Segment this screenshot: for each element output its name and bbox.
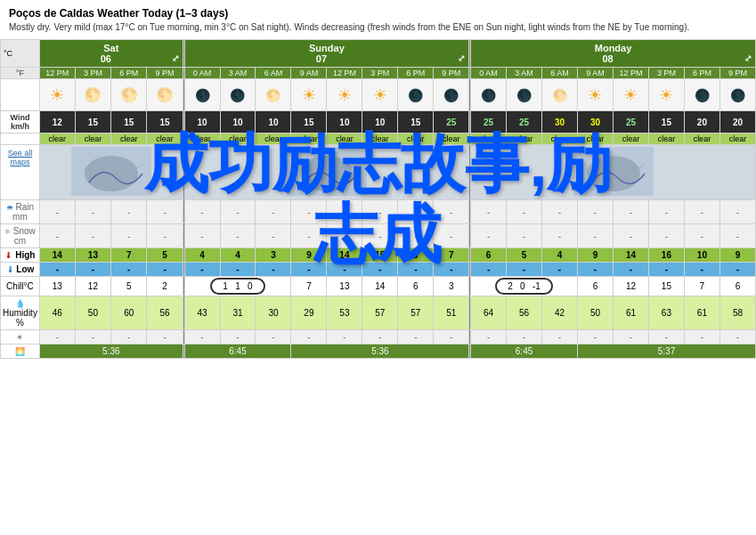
rain-sun-7: - — [398, 200, 434, 224]
page-title: Poços de Caldas Weather Today (1–3 days) — [9, 7, 747, 20]
time-sun-1: 0 AM — [184, 68, 220, 79]
see-all-maps-link[interactable]: See all maps — [1, 145, 40, 200]
wind-mon-3: 30 — [542, 111, 578, 134]
unit-f[interactable]: °F — [1, 68, 40, 79]
uv-mon-3: - — [542, 330, 578, 345]
uv-sun-3: - — [256, 330, 291, 345]
cond-mon-6: clear — [648, 134, 684, 145]
rain-mon-8: - — [719, 200, 755, 224]
cloud-icon: 🌑 — [195, 88, 210, 102]
high-sat-3: 7 — [111, 248, 147, 263]
chill-mon-4: 6 — [578, 277, 614, 296]
low-mon-1: - — [471, 263, 507, 277]
hum-sat-3: 60 — [111, 296, 147, 330]
chill-mon-circled: 2 0 -1 — [471, 277, 578, 296]
cond-sat-3: clear — [111, 134, 147, 145]
low-row: 🌡 Low - - - - - - - - - - - - - - - - - … — [1, 263, 756, 277]
wind-sat-3: 15 — [111, 111, 147, 134]
map-sat — [39, 145, 183, 200]
cond-mon-7: clear — [684, 134, 719, 145]
chill-label: Chill°C — [1, 277, 40, 296]
uv-sat-2: - — [75, 330, 110, 345]
rain-mon-4: - — [578, 200, 614, 224]
high-sun-7: 9 — [398, 248, 434, 263]
snow-sat-3: - — [111, 224, 147, 248]
header: Poços de Caldas Weather Today (1–3 days)… — [0, 0, 756, 39]
cond-sun-8: clear — [434, 134, 469, 145]
wind-mon-5: 25 — [613, 111, 648, 134]
rain-icon: 🌧 — [6, 204, 13, 212]
low-sat-1: - — [39, 263, 75, 277]
high-sat-4: 5 — [147, 248, 183, 263]
rain-mon-6: - — [648, 200, 684, 224]
low-sat-3: - — [111, 263, 147, 277]
chill-row: Chill°C 13 12 5 2 1 1 0 7 13 14 6 3 2 0 … — [1, 277, 756, 296]
chill-mon-6: 15 — [648, 277, 684, 296]
low-mon-5: - — [613, 263, 648, 277]
snow-mon-2: - — [507, 224, 542, 248]
sun-icon: ☀ — [659, 86, 673, 104]
time-sun-3: 6 AM — [256, 68, 291, 79]
low-sat-4: - — [147, 263, 183, 277]
chill-sun-circled: 1 1 0 — [184, 277, 291, 296]
chill-mon-8: 6 — [719, 277, 755, 296]
svg-point-5 — [587, 156, 640, 191]
icon-mon-5: ☀ — [613, 79, 648, 111]
wind-sun-8: 25 — [434, 111, 469, 134]
expand-mon-icon[interactable]: ⤢ — [744, 53, 752, 63]
map-sat-svg — [71, 147, 151, 196]
sunrise-mon-mid: 6:45 — [471, 345, 578, 359]
snow-sat-1: - — [39, 224, 75, 248]
unit-celsius[interactable]: °C — [1, 40, 40, 68]
icon-sat-1: ☀ — [39, 79, 75, 111]
expand-sat-icon[interactable]: ⤢ — [172, 53, 179, 63]
chill-sat-3: 5 — [111, 277, 147, 296]
snow-sun-5: - — [327, 224, 362, 248]
icon-sun-2: 🌑 — [220, 79, 256, 111]
map-sun-svg — [247, 147, 407, 196]
snow-sun-4: - — [291, 224, 327, 248]
humidity-label: 💧 Humidity % — [1, 296, 40, 330]
snow-mon-6: - — [648, 224, 684, 248]
low-sun-3: - — [256, 263, 291, 277]
wind-mon-8: 20 — [719, 111, 755, 134]
uv-label: ☀ — [1, 330, 40, 345]
sun-icon: ☀ — [302, 86, 316, 104]
time-mon-8: 9 PM — [719, 68, 755, 79]
high-sun-1: 4 — [184, 248, 220, 263]
rain-sat-3: - — [111, 200, 147, 224]
snow-sun-2: - — [220, 224, 256, 248]
hum-mon-1: 64 — [471, 296, 507, 330]
hum-mon-4: 50 — [578, 296, 614, 330]
uv-sat-3: - — [111, 330, 147, 345]
icon-mon-7: 🌑 — [684, 79, 719, 111]
low-sun-5: - — [327, 263, 362, 277]
chill-sun-7: 6 — [398, 277, 434, 296]
chill-sun-8: 3 — [434, 277, 469, 296]
time-mon-7: 6 PM — [684, 68, 719, 79]
moon-icon: 🌕 — [84, 87, 102, 102]
rain-sat-1: - — [39, 200, 75, 224]
snow-mon-4: - — [578, 224, 614, 248]
uv-sun-7: - — [398, 330, 434, 345]
wind-sun-5: 10 — [327, 111, 362, 134]
cond-sun-2: clear — [220, 134, 256, 145]
rain-sun-1: - — [184, 200, 220, 224]
day-header-row: °C Sat 06 ⤢ Sunday 07 ⤢ Monday 08 ⤢ — [1, 40, 756, 68]
snow-mon-8: - — [719, 224, 755, 248]
uv-mon-4: - — [578, 330, 614, 345]
snow-sun-8: - — [434, 224, 469, 248]
cloud-icon: 🌑 — [516, 88, 532, 102]
sun-icon: ☀ — [373, 86, 387, 104]
icon-sat-3: 🌕 — [111, 79, 147, 111]
icon-mon-8: 🌑 — [719, 79, 755, 111]
wind-sun-2: 10 — [220, 111, 256, 134]
wind-mon-7: 20 — [684, 111, 719, 134]
uv-sat-4: - — [147, 330, 183, 345]
chill-mon-7: 7 — [684, 277, 719, 296]
cloud-icon: 🌑 — [730, 88, 745, 102]
hum-sun-2: 31 — [220, 296, 256, 330]
expand-sun-icon[interactable]: ⤢ — [458, 53, 465, 63]
hum-mon-6: 63 — [648, 296, 684, 330]
high-row: 🌡 High 14 13 7 5 4 4 3 9 14 15 9 7 6 5 4… — [1, 248, 756, 263]
